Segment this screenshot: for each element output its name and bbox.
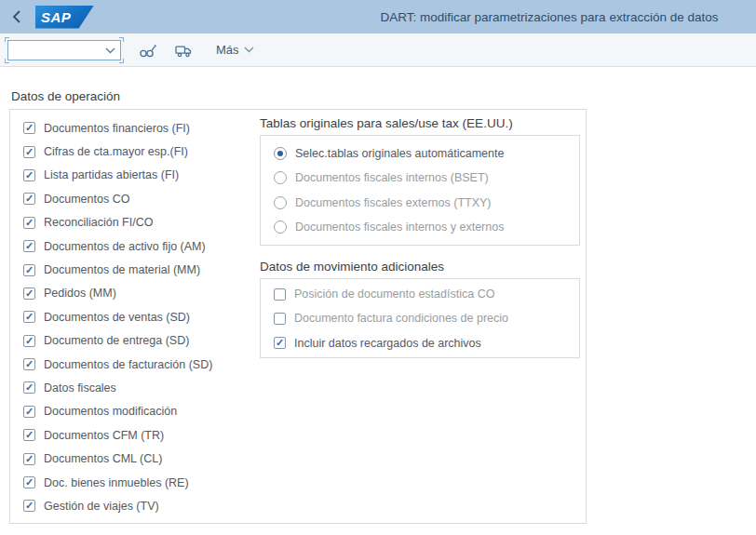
checkbox-label: Gestión de viajes (TV) — [44, 500, 159, 513]
checkbox-row: ✓Reconciliación FI/CO — [23, 211, 212, 234]
checkbox-checked[interactable]: ✓ — [23, 288, 35, 300]
checkbox-checked[interactable]: ✓ — [274, 337, 286, 349]
radio-row: Documentos fiscales externos (TTXY) — [274, 191, 504, 215]
radio-selected[interactable] — [274, 147, 287, 160]
back-button[interactable] — [4, 4, 30, 30]
checkbox-checked[interactable]: ✓ — [23, 264, 35, 276]
operation-checkbox-list: ✓Documentos financieros (FI)✓Cifras de c… — [23, 116, 212, 518]
checkbox-label: Cifras de cta.mayor esp.(FI) — [44, 145, 188, 158]
checkbox-row: ✓Datos fiscales — [23, 376, 212, 399]
group-title-tax-tables: Tablas originales para sales/use tax (EE… — [260, 116, 513, 130]
checkbox-row: ✓Documentos de facturación (SD) — [23, 353, 212, 376]
sap-logo-text: SAP — [41, 9, 71, 25]
movement-data-groupbox: Posición de documento estadística CODocu… — [260, 278, 580, 358]
checkbox-label: Documentos modificación — [44, 405, 177, 418]
checkbox-label: Documentos de activo fijo (AM) — [44, 240, 206, 253]
group-title-movement-data: Datos de movimiento adicionales — [260, 260, 444, 274]
checkbox-row: ✓Documentos de ventas (SD) — [23, 305, 212, 328]
checkbox-row: ✓Gestión de viajes (TV) — [23, 494, 212, 517]
checkbox-checked[interactable]: ✓ — [23, 381, 35, 394]
toolbar: Más — [0, 33, 756, 67]
display-change-button[interactable] — [136, 38, 160, 62]
checkbox-label: Reconciliación FI/CO — [44, 216, 153, 229]
sap-logo: SAP — [35, 6, 94, 29]
checkbox-row: ✓Doc. bienes inmuebles (RE) — [23, 471, 212, 494]
radio-dot — [277, 200, 283, 206]
checkbox-checked[interactable]: ✓ — [23, 146, 35, 158]
radio-row: Documentos fiscales internos y externos — [274, 215, 504, 239]
checkbox-checked[interactable]: ✓ — [23, 335, 35, 347]
checkbox-checked[interactable]: ✓ — [23, 453, 35, 465]
command-field-input[interactable] — [7, 40, 121, 60]
checkbox-row: ✓Cifras de cta.mayor esp.(FI) — [23, 140, 212, 163]
checkbox-checked[interactable]: ✓ — [23, 311, 35, 323]
checkbox-row: ✓Documentos financieros (FI) — [23, 116, 212, 140]
back-chevron-icon — [12, 9, 21, 24]
radio-label: Selec.tablas originales automáticamente — [295, 147, 504, 160]
checkbox-row: ✓Documentos CFM (TR) — [23, 423, 212, 447]
checkbox-label: Datos fiscales — [44, 381, 116, 395]
checkbox-label: Pedidos (MM) — [44, 287, 116, 300]
checkbox-row: Documento factura condiciones de precio — [274, 306, 508, 330]
checkbox-checked[interactable]: ✓ — [23, 429, 35, 441]
radio-dot — [277, 175, 283, 181]
page-title: DART: modificar parametrizaciones para e… — [343, 10, 756, 24]
operation-data-groupbox: ✓Documentos financieros (FI)✓Cifras de c… — [9, 109, 587, 524]
radio-dot — [277, 151, 283, 156]
checkbox-checked[interactable]: ✓ — [23, 193, 35, 205]
checkbox-checked[interactable]: ✓ — [23, 476, 35, 488]
checkbox-row: ✓Documentos CO — [23, 187, 212, 210]
checkbox-label: Documentos de ventas (SD) — [44, 311, 190, 324]
radio-label: Documentos fiscales externos (TTXY) — [295, 196, 492, 209]
combo-chevron-down-icon[interactable] — [105, 47, 115, 54]
truck-icon — [174, 41, 194, 60]
checkbox-unchecked[interactable] — [274, 313, 286, 325]
checkbox-label: Documento de entrega (SD) — [44, 334, 189, 347]
checkbox-row: Posición de documento estadística CO — [274, 282, 508, 306]
checkbox-label: Posición de documento estadística CO — [294, 288, 494, 301]
checkbox-row: ✓Lista partidas abiertas (FI) — [23, 164, 212, 187]
checkbox-checked[interactable]: ✓ — [23, 240, 35, 252]
checkbox-label: Documentos financieros (FI) — [44, 122, 190, 135]
radio-unselected[interactable] — [274, 196, 287, 209]
checkbox-row: ✓Documentos de material (MM) — [23, 258, 212, 281]
radio-unselected[interactable] — [274, 221, 287, 234]
checkbox-row: ✓Documentos CML (CL) — [23, 447, 212, 470]
checkbox-checked[interactable]: ✓ — [23, 500, 35, 512]
checkbox-label: Documentos de material (MM) — [44, 263, 200, 276]
checkbox-checked[interactable]: ✓ — [23, 358, 35, 370]
more-chevron-down-icon — [244, 47, 254, 53]
checkbox-checked[interactable]: ✓ — [23, 406, 35, 418]
checkbox-checked[interactable]: ✓ — [23, 169, 35, 181]
checkbox-label: Documentos CO — [44, 193, 129, 206]
radio-dot — [277, 224, 283, 230]
movement-checkbox-list: Posición de documento estadística CODocu… — [274, 282, 508, 355]
tax-radio-list: Selec.tablas originales automáticamenteD… — [274, 141, 504, 239]
app-header: SAP DART: modificar parametrizaciones pa… — [0, 0, 756, 33]
command-field-wrapper — [7, 40, 121, 60]
checkbox-checked[interactable]: ✓ — [23, 122, 35, 134]
radio-label: Documentos fiscales internos y externos — [295, 221, 504, 234]
resize-handle — [119, 59, 124, 63]
checkbox-row: ✓Documentos modificación — [23, 400, 212, 423]
transport-button[interactable] — [171, 38, 196, 62]
checkbox-unchecked[interactable] — [274, 288, 286, 301]
checkbox-label: Documentos de facturación (SD) — [44, 358, 212, 371]
checkbox-row: ✓Documentos de activo fijo (AM) — [23, 234, 212, 258]
checkbox-checked[interactable]: ✓ — [23, 217, 35, 229]
group-title-operation-data: Datos de operación — [11, 89, 120, 103]
radio-row: Selec.tablas originales automáticamente — [274, 141, 504, 166]
radio-row: Documentos fiscales internos (BSET) — [274, 166, 504, 190]
checkbox-label: Incluir datos recargados de archivos — [294, 337, 481, 350]
checkbox-label: Documento factura condiciones de precio — [294, 312, 508, 325]
radio-label: Documentos fiscales internos (BSET) — [295, 171, 489, 184]
resize-handle — [119, 37, 124, 42]
checkbox-label: Documentos CML (CL) — [44, 452, 162, 465]
radio-unselected[interactable] — [274, 171, 287, 184]
checkbox-label: Lista partidas abiertas (FI) — [44, 168, 179, 181]
display-change-icon — [139, 41, 157, 60]
more-menu-button[interactable]: Más — [210, 39, 260, 60]
checkbox-row: ✓Pedidos (MM) — [23, 282, 212, 305]
checkbox-row: ✓Incluir datos recargados de archivos — [274, 331, 508, 355]
checkbox-label: Documentos CFM (TR) — [44, 429, 164, 442]
